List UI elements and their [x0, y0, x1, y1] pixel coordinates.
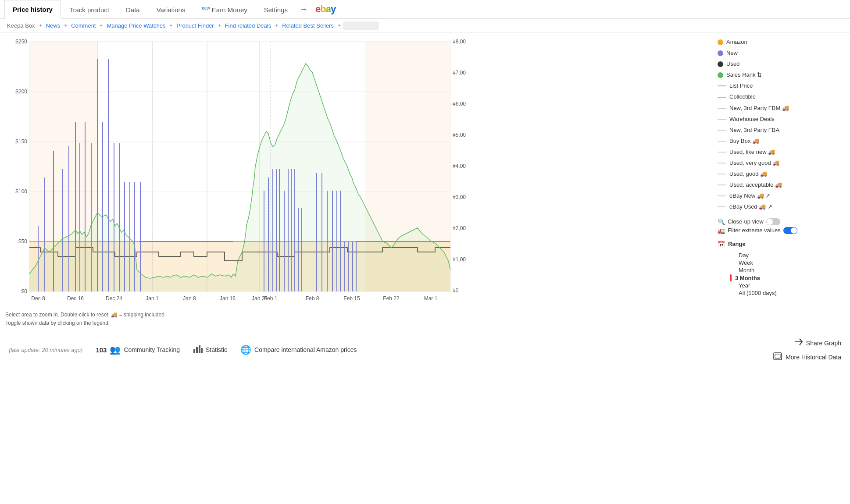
svg-text:#1,000: #1,000: [453, 256, 466, 263]
filter-toggle[interactable]: [783, 227, 797, 234]
collectible-line: [718, 97, 726, 98]
range-year[interactable]: Year: [718, 282, 845, 289]
manage-price-watches-link[interactable]: Manage Price Watches: [105, 21, 167, 30]
close-up-row: 🔍 Close-up view: [718, 218, 845, 225]
community-icon: 👥: [110, 344, 121, 355]
svg-text:#5,000: #5,000: [453, 132, 466, 138]
ebay-new-line: [718, 195, 726, 196]
svg-text:#0: #0: [453, 287, 459, 294]
tab-data[interactable]: Data: [118, 0, 148, 19]
svg-text:#2,000: #2,000: [453, 225, 466, 231]
range-day-label: Day: [739, 252, 749, 259]
truck-icon: 🚛: [718, 227, 725, 234]
legend-new-3p-fba[interactable]: New, 3rd Party FBA: [718, 125, 845, 135]
tab-price-history[interactable]: Price history: [4, 0, 61, 19]
legend-used-like-new[interactable]: Used, like new 🚚: [718, 147, 845, 157]
statistic-button[interactable]: Statistic: [193, 344, 227, 355]
range-all[interactable]: All (1000 days): [718, 290, 845, 296]
more-historical-button[interactable]: More Historical Data: [773, 352, 841, 362]
tab-earn-money[interactable]: new Earn Money: [193, 0, 255, 19]
related-best-sellers-link[interactable]: Related Best Sellers: [280, 21, 336, 30]
new-3p-fbm-line: [718, 108, 726, 109]
community-label: Community Tracking: [124, 346, 180, 353]
range-week[interactable]: Week: [718, 259, 845, 266]
svg-text:Feb 1: Feb 1: [264, 295, 278, 302]
statistic-label: Statistic: [206, 346, 227, 353]
share-icon: [793, 337, 803, 348]
legend-used[interactable]: Used: [718, 59, 845, 69]
svg-text:Dec 16: Dec 16: [67, 295, 84, 302]
svg-text:Jan 16: Jan 16: [220, 295, 236, 302]
main-content: $250 $200 $150 $100 $50 $0 #8,000 #7,000…: [0, 33, 850, 332]
used-good-line: [718, 174, 726, 174]
used-like-new-line: [718, 152, 726, 153]
legend-list-price[interactable]: List Price: [718, 81, 845, 91]
range-day[interactable]: Day: [718, 252, 845, 259]
range-all-label: All (1000 days): [739, 290, 777, 296]
legend-used-good[interactable]: Used, good 🚚: [718, 169, 845, 179]
svg-rect-84: [201, 348, 203, 353]
amazon-label: Amazon: [726, 37, 747, 47]
search-icon: 🔍: [718, 218, 725, 225]
legend-sales-rank[interactable]: Sales Rank ⇅: [718, 70, 845, 80]
legend-amazon[interactable]: Amazon: [718, 37, 845, 47]
keepa-box-link[interactable]: Keepa Box: [5, 21, 37, 30]
sales-rank-label: Sales Rank ⇅: [726, 70, 762, 80]
buy-box-line: [718, 141, 726, 142]
svg-text:Feb 15: Feb 15: [343, 295, 360, 302]
used-like-new-label: Used, like new 🚚: [729, 147, 775, 157]
ebay-new-label: eBay New 🚚 ↗: [729, 191, 770, 201]
legend-ebay-used[interactable]: eBay Used 🚚 ↗: [718, 202, 845, 212]
legend-ebay-new[interactable]: eBay New 🚚 ↗: [718, 191, 845, 201]
legend-used-very-good[interactable]: Used, very good 🚚: [718, 158, 845, 168]
legend-new[interactable]: New: [718, 48, 845, 58]
legend-buy-box[interactable]: Buy Box 🚚: [718, 136, 845, 146]
range-active-bar: [730, 274, 732, 281]
find-related-deals-link[interactable]: Find related Deals: [223, 21, 273, 30]
tab-track-product[interactable]: Track product: [61, 0, 118, 19]
new-3p-fba-label: New, 3rd Party FBA: [729, 125, 779, 135]
list-price-line: [718, 85, 726, 86]
statistic-icon: [193, 344, 203, 355]
ebay-logo: ebay: [311, 4, 340, 15]
new-label: New: [726, 48, 738, 58]
collectible-label: Collectible: [729, 92, 756, 102]
chart-wrapper: $250 $200 $150 $100 $50 $0 #8,000 #7,000…: [5, 37, 713, 309]
close-up-label: Close-up view: [728, 218, 764, 225]
comment-link[interactable]: Comment: [69, 21, 97, 30]
share-label: Share Graph: [806, 340, 841, 347]
compare-button[interactable]: 🌐 Compare international Amazon prices: [240, 344, 357, 355]
instruction-line1: Select area to zoom in. Double-click to …: [5, 311, 713, 319]
legend-new-3p-fbm[interactable]: New, 3rd Party FBM 🚚: [718, 103, 845, 113]
tab-variations[interactable]: Variations: [148, 0, 194, 19]
community-tracking-button[interactable]: 103 👥 Community Tracking: [96, 344, 180, 355]
warehouse-line: [718, 119, 726, 120]
product-finder-link[interactable]: Product Finder: [175, 21, 215, 30]
tab-settings[interactable]: Settings: [256, 0, 296, 19]
legend-used-acceptable[interactable]: Used, acceptable 🚚: [718, 180, 845, 190]
new-3p-fba-line: [718, 130, 726, 131]
last-update: (last update: 20 minutes ago): [9, 347, 82, 353]
legend-collectible[interactable]: Collectible: [718, 92, 845, 102]
news-link[interactable]: News: [44, 21, 62, 30]
blurred-link[interactable]: ████████: [343, 21, 379, 30]
tab-arrow: →: [296, 5, 311, 14]
share-graph-button[interactable]: Share Graph: [793, 337, 841, 348]
range-month[interactable]: Month: [718, 267, 845, 273]
range-3months[interactable]: 3 Months: [718, 274, 845, 281]
globe-icon: 🌐: [240, 344, 251, 355]
svg-text:$0: $0: [21, 288, 28, 295]
svg-text:$200: $200: [15, 89, 27, 95]
used-very-good-line: [718, 163, 726, 163]
amazon-dot: [718, 39, 723, 45]
price-chart[interactable]: $250 $200 $150 $100 $50 $0 #8,000 #7,000…: [5, 37, 466, 309]
used-good-label: Used, good 🚚: [729, 169, 767, 179]
svg-text:Feb 22: Feb 22: [383, 295, 400, 302]
svg-text:Dec 8: Dec 8: [31, 295, 45, 302]
legend-warehouse-deals[interactable]: Warehouse Deals: [718, 114, 845, 124]
used-dot: [718, 61, 723, 67]
svg-text:Jan 1: Jan 1: [146, 295, 159, 302]
list-price-label: List Price: [729, 81, 753, 91]
svg-text:#8,000: #8,000: [453, 39, 466, 45]
close-up-toggle[interactable]: [766, 218, 780, 225]
